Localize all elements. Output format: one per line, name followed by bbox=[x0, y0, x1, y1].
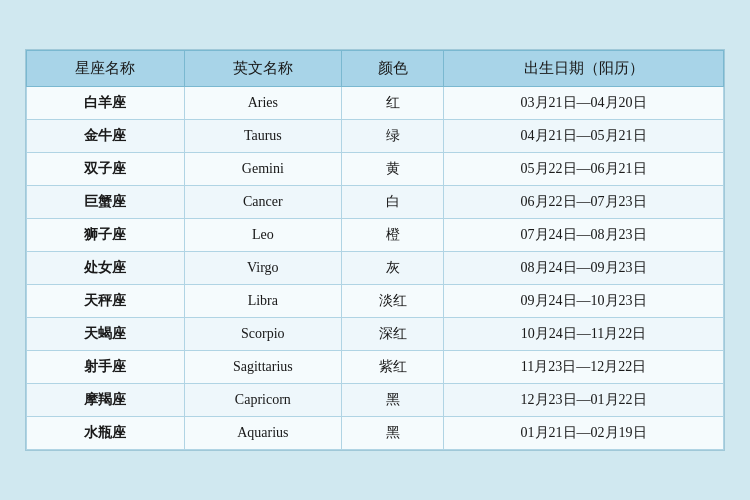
cell-dates: 04月21日—05月21日 bbox=[444, 120, 724, 153]
table-row: 双子座Gemini黄05月22日—06月21日 bbox=[27, 153, 724, 186]
cell-chinese-name: 巨蟹座 bbox=[27, 186, 185, 219]
cell-color: 白 bbox=[342, 186, 444, 219]
cell-english-name: Libra bbox=[184, 285, 342, 318]
cell-chinese-name: 双子座 bbox=[27, 153, 185, 186]
cell-dates: 10月24日—11月22日 bbox=[444, 318, 724, 351]
cell-dates: 06月22日—07月23日 bbox=[444, 186, 724, 219]
header-dates: 出生日期（阳历） bbox=[444, 51, 724, 87]
header-chinese-name: 星座名称 bbox=[27, 51, 185, 87]
cell-chinese-name: 金牛座 bbox=[27, 120, 185, 153]
cell-color: 淡红 bbox=[342, 285, 444, 318]
cell-color: 橙 bbox=[342, 219, 444, 252]
cell-dates: 08月24日—09月23日 bbox=[444, 252, 724, 285]
zodiac-table-container: 星座名称 英文名称 颜色 出生日期（阳历） 白羊座Aries红03月21日—04… bbox=[25, 49, 725, 451]
table-row: 白羊座Aries红03月21日—04月20日 bbox=[27, 87, 724, 120]
cell-color: 绿 bbox=[342, 120, 444, 153]
zodiac-table: 星座名称 英文名称 颜色 出生日期（阳历） 白羊座Aries红03月21日—04… bbox=[26, 50, 724, 450]
table-row: 金牛座Taurus绿04月21日—05月21日 bbox=[27, 120, 724, 153]
cell-english-name: Aries bbox=[184, 87, 342, 120]
table-header-row: 星座名称 英文名称 颜色 出生日期（阳历） bbox=[27, 51, 724, 87]
cell-color: 黑 bbox=[342, 384, 444, 417]
cell-chinese-name: 摩羯座 bbox=[27, 384, 185, 417]
table-row: 水瓶座Aquarius黑01月21日—02月19日 bbox=[27, 417, 724, 450]
cell-english-name: Taurus bbox=[184, 120, 342, 153]
table-row: 狮子座Leo橙07月24日—08月23日 bbox=[27, 219, 724, 252]
cell-color: 黑 bbox=[342, 417, 444, 450]
table-body: 白羊座Aries红03月21日—04月20日金牛座Taurus绿04月21日—0… bbox=[27, 87, 724, 450]
cell-chinese-name: 天蝎座 bbox=[27, 318, 185, 351]
cell-chinese-name: 白羊座 bbox=[27, 87, 185, 120]
table-row: 处女座Virgo灰08月24日—09月23日 bbox=[27, 252, 724, 285]
header-english-name: 英文名称 bbox=[184, 51, 342, 87]
table-row: 摩羯座Capricorn黑12月23日—01月22日 bbox=[27, 384, 724, 417]
table-row: 天秤座Libra淡红09月24日—10月23日 bbox=[27, 285, 724, 318]
header-color: 颜色 bbox=[342, 51, 444, 87]
cell-dates: 07月24日—08月23日 bbox=[444, 219, 724, 252]
cell-english-name: Virgo bbox=[184, 252, 342, 285]
cell-english-name: Cancer bbox=[184, 186, 342, 219]
cell-chinese-name: 狮子座 bbox=[27, 219, 185, 252]
cell-color: 红 bbox=[342, 87, 444, 120]
cell-chinese-name: 处女座 bbox=[27, 252, 185, 285]
cell-dates: 09月24日—10月23日 bbox=[444, 285, 724, 318]
cell-english-name: Scorpio bbox=[184, 318, 342, 351]
cell-color: 灰 bbox=[342, 252, 444, 285]
cell-english-name: Sagittarius bbox=[184, 351, 342, 384]
cell-color: 深红 bbox=[342, 318, 444, 351]
cell-english-name: Capricorn bbox=[184, 384, 342, 417]
cell-dates: 11月23日—12月22日 bbox=[444, 351, 724, 384]
cell-dates: 03月21日—04月20日 bbox=[444, 87, 724, 120]
cell-dates: 12月23日—01月22日 bbox=[444, 384, 724, 417]
table-row: 射手座Sagittarius紫红11月23日—12月22日 bbox=[27, 351, 724, 384]
table-row: 天蝎座Scorpio深红10月24日—11月22日 bbox=[27, 318, 724, 351]
cell-chinese-name: 天秤座 bbox=[27, 285, 185, 318]
table-row: 巨蟹座Cancer白06月22日—07月23日 bbox=[27, 186, 724, 219]
cell-dates: 01月21日—02月19日 bbox=[444, 417, 724, 450]
cell-english-name: Aquarius bbox=[184, 417, 342, 450]
cell-english-name: Gemini bbox=[184, 153, 342, 186]
cell-color: 紫红 bbox=[342, 351, 444, 384]
cell-english-name: Leo bbox=[184, 219, 342, 252]
cell-dates: 05月22日—06月21日 bbox=[444, 153, 724, 186]
cell-color: 黄 bbox=[342, 153, 444, 186]
cell-chinese-name: 水瓶座 bbox=[27, 417, 185, 450]
cell-chinese-name: 射手座 bbox=[27, 351, 185, 384]
